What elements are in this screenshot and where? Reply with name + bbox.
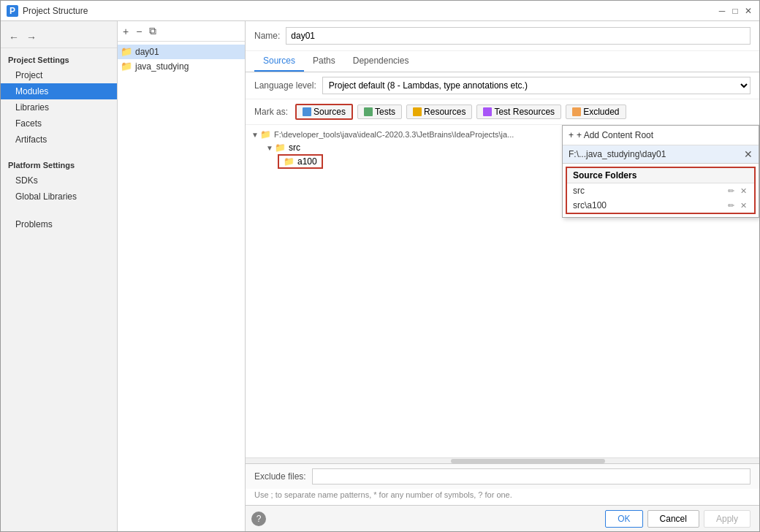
popup-a100-remove[interactable]: ✕ bbox=[739, 201, 748, 210]
popup-a100-edit[interactable]: ✏ bbox=[726, 201, 736, 210]
module-tree: 📁 day01 📁 java_studying bbox=[118, 42, 245, 531]
tab-sources[interactable]: Sources bbox=[254, 51, 304, 72]
mark-excluded-button[interactable]: Excluded bbox=[566, 104, 626, 119]
exclude-hint: Use ; to separate name patterns, * for a… bbox=[246, 489, 759, 505]
tab-paths[interactable]: Paths bbox=[304, 51, 344, 72]
language-level-select[interactable]: Project default (8 - Lambdas, type annot… bbox=[322, 77, 750, 94]
popup-src-edit[interactable]: ✏ bbox=[726, 186, 736, 196]
title-bar-controls: ─ □ ✕ bbox=[717, 6, 753, 16]
tabs-row: Sources Paths Dependencies bbox=[246, 51, 759, 72]
popup-src-remove[interactable]: ✕ bbox=[739, 186, 748, 196]
tree-toolbar: + − ⧉ bbox=[118, 21, 245, 42]
popup-title: F:\...java_studying\day01 bbox=[569, 149, 666, 159]
cancel-button[interactable]: Cancel bbox=[647, 510, 699, 528]
language-level-label: Language level: bbox=[254, 80, 316, 91]
add-module-button[interactable]: + bbox=[121, 24, 131, 39]
sources-icon bbox=[303, 107, 311, 116]
close-button[interactable]: ✕ bbox=[743, 6, 753, 16]
name-label: Name: bbox=[254, 31, 280, 41]
source-folders-title: Source Folders bbox=[567, 168, 754, 183]
sidebar-item-modules[interactable]: Modules bbox=[1, 83, 117, 99]
test-resources-icon bbox=[483, 107, 492, 116]
folder-icon-2: 📁 bbox=[121, 61, 132, 72]
source-folders-section: Source Folders src ✏ ✕ src\a100 ✏ ✕ bbox=[566, 167, 756, 214]
platform-settings-title: Platform Settings bbox=[1, 156, 117, 172]
tests-icon bbox=[364, 107, 373, 116]
popup-folder-src-a100: src\a100 ✏ ✕ bbox=[567, 198, 754, 213]
name-input[interactable] bbox=[286, 27, 750, 45]
title-bar-left: P Project Structure bbox=[7, 5, 88, 17]
sidebar-item-libraries[interactable]: Libraries bbox=[1, 99, 117, 115]
mark-sources-button[interactable]: Sources bbox=[295, 104, 353, 120]
horizontal-scrollbar[interactable] bbox=[246, 457, 759, 463]
tree-item-day01[interactable]: 📁 day01 bbox=[118, 45, 245, 59]
mark-as-row: Mark as: Sources Tests Resources Test Re… bbox=[246, 99, 759, 125]
popup-src-label: src bbox=[573, 186, 723, 196]
ok-button[interactable]: OK bbox=[605, 510, 642, 528]
sidebar-item-facets[interactable]: Facets bbox=[1, 115, 117, 132]
help-button[interactable]: ? bbox=[251, 512, 266, 526]
sidebar-item-problems[interactable]: Problems bbox=[1, 216, 117, 232]
main-panel: Name: Sources Paths Dependencies Languag… bbox=[246, 21, 759, 531]
folder-icon: 📁 bbox=[121, 46, 132, 58]
file-tree-area: ▼ 📁 F:\developer_tools\java\idealC-2020.… bbox=[246, 125, 759, 457]
content-area: ← → Project Settings Project Modules Lib… bbox=[1, 21, 759, 531]
file-tree-a100[interactable]: 📁 a100 bbox=[278, 154, 323, 169]
apply-button[interactable]: Apply bbox=[704, 510, 750, 528]
tab-dependencies[interactable]: Dependencies bbox=[344, 51, 418, 72]
popup-header: F:\...java_studying\day01 ✕ bbox=[563, 145, 759, 164]
a100-folder-icon: 📁 bbox=[284, 156, 294, 167]
forward-button[interactable]: → bbox=[24, 30, 39, 45]
popup-folder-src: src ✏ ✕ bbox=[567, 183, 754, 198]
mark-test-resources-button[interactable]: Test Resources bbox=[476, 104, 561, 119]
sidebar-item-project[interactable]: Project bbox=[1, 67, 117, 83]
src-folder-icon: 📁 bbox=[275, 142, 286, 153]
sidebar-item-artifacts[interactable]: Artifacts bbox=[1, 132, 117, 148]
excluded-icon bbox=[572, 107, 581, 116]
scroll-thumb bbox=[451, 459, 605, 463]
sidebar: ← → Project Settings Project Modules Lib… bbox=[1, 21, 118, 531]
language-level-row: Language level: Project default (8 - Lam… bbox=[246, 72, 759, 99]
maximize-button[interactable]: □ bbox=[730, 6, 740, 16]
root-folder-icon: 📁 bbox=[260, 129, 271, 140]
popup-close-button[interactable]: ✕ bbox=[744, 148, 753, 160]
title-bar: P Project Structure ─ □ ✕ bbox=[1, 1, 759, 21]
src-toggle: ▼ bbox=[266, 144, 275, 152]
copy-module-button[interactable]: ⧉ bbox=[147, 23, 159, 39]
mark-as-label: Mark as: bbox=[254, 107, 288, 117]
source-folders-popup: + + Add Content Root F:\...java_studying… bbox=[562, 125, 759, 218]
name-row: Name: bbox=[246, 21, 759, 51]
project-structure-window: P Project Structure ─ □ ✕ ← → Project Se… bbox=[0, 0, 760, 532]
sidebar-item-sdks[interactable]: SDKs bbox=[1, 172, 117, 189]
tree-item-java-studying[interactable]: 📁 java_studying bbox=[118, 59, 245, 74]
resources-icon bbox=[413, 107, 422, 116]
project-settings-title: Project Settings bbox=[1, 51, 117, 67]
root-path-label: F:\developer_tools\java\idealC-2020.3.3\… bbox=[274, 130, 514, 139]
popup-a100-label: src\a100 bbox=[573, 200, 723, 210]
back-button[interactable]: ← bbox=[7, 30, 21, 45]
sidebar-item-global-libraries[interactable]: Global Libraries bbox=[1, 189, 117, 205]
root-toggle: ▼ bbox=[251, 131, 260, 139]
remove-module-button[interactable]: − bbox=[134, 24, 144, 39]
tree-item-label-2: java_studying bbox=[135, 61, 189, 72]
exclude-label: Exclude files: bbox=[254, 471, 306, 482]
add-content-root-button[interactable]: + + Add Content Root bbox=[563, 127, 659, 143]
src-label: src bbox=[289, 142, 300, 153]
module-tree-panel: + − ⧉ 📁 day01 📁 java_studying bbox=[118, 21, 246, 531]
mark-resources-button[interactable]: Resources bbox=[406, 104, 472, 119]
minimize-button[interactable]: ─ bbox=[717, 6, 727, 16]
exclude-input[interactable] bbox=[312, 468, 750, 484]
exclude-files-row: Exclude files: bbox=[246, 463, 759, 489]
app-icon: P bbox=[7, 5, 18, 17]
plus-icon: + bbox=[569, 130, 574, 140]
a100-label: a100 bbox=[297, 156, 317, 167]
add-content-root-row: + + Add Content Root bbox=[563, 126, 759, 145]
window-title: Project Structure bbox=[23, 6, 88, 16]
mark-tests-button[interactable]: Tests bbox=[357, 104, 402, 119]
tree-item-label: day01 bbox=[135, 47, 159, 57]
bottom-bar: ? OK Cancel Apply bbox=[246, 505, 759, 531]
